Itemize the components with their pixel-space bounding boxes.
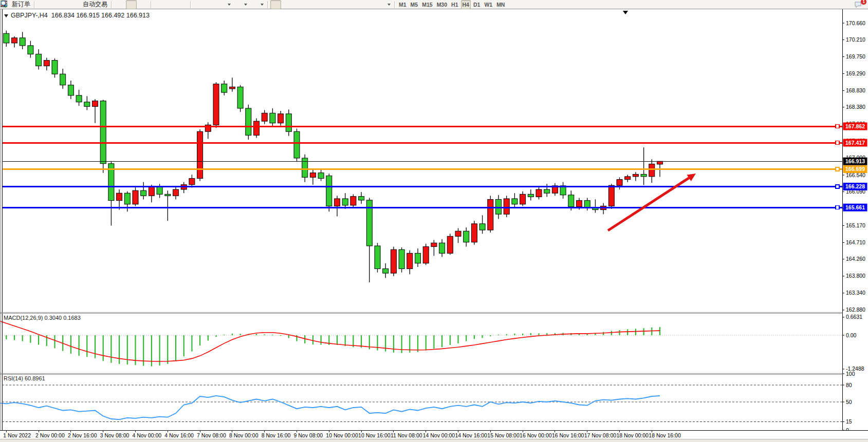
periods-dropdown-icon[interactable] — [244, 4, 247, 6]
chart-window-button[interactable] — [49, 0, 60, 9]
svg-text:50: 50 — [846, 399, 852, 405]
line-chart-button[interactable] — [138, 0, 149, 9]
svg-text:16 Nov 00:00: 16 Nov 00:00 — [520, 432, 552, 438]
search-button[interactable] — [842, 0, 853, 9]
eraser-icon — [39, 1, 46, 8]
eraser-button[interactable] — [37, 0, 48, 9]
chart-shift-icon — [207, 1, 214, 8]
auto-trading-button[interactable]: 自动交易 — [72, 0, 109, 9]
arrows-icon — [378, 1, 386, 8]
tile-windows-icon — [179, 1, 187, 8]
svg-text:18 Nov 16:00: 18 Nov 16:00 — [649, 432, 681, 438]
toolbar-separator — [267, 1, 268, 8]
text-label-icon: T — [366, 1, 374, 8]
templates-dropdown-icon[interactable] — [261, 4, 264, 6]
svg-text:0.6631: 0.6631 — [846, 314, 862, 320]
zoom-in-button[interactable] — [154, 0, 164, 9]
svg-text:8 Nov 16:00: 8 Nov 16:00 — [262, 432, 291, 438]
add-indicator-dropdown-icon[interactable] — [228, 4, 231, 6]
chart-window-icon — [50, 1, 58, 8]
vertical-line-button[interactable] — [294, 0, 305, 9]
timeframe-m1-button[interactable]: M1 — [397, 0, 408, 9]
crosshair-icon — [284, 1, 291, 8]
svg-text:15: 15 — [846, 418, 852, 425]
chart-canvas[interactable]: 170.660170.210169.750169.290168.830168.3… — [0, 0, 868, 442]
timeframe-label: M5 — [411, 2, 418, 8]
tile-windows-button[interactable] — [177, 0, 188, 9]
svg-text:14 Nov 16:00: 14 Nov 16:00 — [455, 432, 488, 438]
line-chart-icon — [139, 1, 147, 8]
notifications-button[interactable]: 1 — [854, 0, 864, 9]
cursor-button[interactable] — [270, 0, 281, 9]
zoom-out-button[interactable] — [165, 0, 176, 9]
signal-icon — [62, 1, 70, 8]
svg-text:1 Nov 2022: 1 Nov 2022 — [3, 432, 31, 438]
arrows-button[interactable] — [377, 0, 392, 9]
timeframe-h1-button[interactable]: H1 — [450, 0, 459, 9]
add-indicator-icon — [218, 1, 226, 8]
toolbar-separator — [394, 1, 395, 8]
templates-icon — [251, 1, 259, 8]
templates-button[interactable] — [250, 0, 265, 9]
svg-text:2 Nov 00:00: 2 Nov 00:00 — [35, 432, 65, 438]
svg-text:8 Nov 00:00: 8 Nov 00:00 — [229, 432, 258, 438]
chart-shift-button[interactable] — [205, 0, 216, 9]
vertical-line-icon — [296, 1, 303, 8]
toolbar-separator — [111, 1, 112, 8]
svg-text:2 Nov 16:00: 2 Nov 16:00 — [68, 432, 97, 438]
crosshair-button[interactable] — [282, 0, 293, 9]
svg-text:3 Nov 08:00: 3 Nov 08:00 — [100, 432, 130, 438]
bar-chart-button[interactable] — [114, 0, 125, 9]
svg-text:162.880: 162.880 — [846, 306, 865, 313]
svg-text:168.380: 168.380 — [846, 104, 865, 110]
timeframe-m15-button[interactable]: M15 — [420, 0, 434, 9]
svg-text:16 Nov 16:00: 16 Nov 16:00 — [552, 432, 584, 438]
svg-text:170.210: 170.210 — [846, 36, 865, 43]
svg-text:166.228: 166.228 — [845, 183, 865, 189]
timeframe-label: H1 — [451, 2, 458, 8]
horizontal-line-button[interactable] — [306, 0, 317, 9]
toolbar-separator — [190, 1, 191, 8]
bar-chart-icon — [116, 1, 123, 8]
timeframe-label: M1 — [399, 2, 407, 8]
zoom-out-icon — [167, 1, 175, 8]
timeframe-h4-button[interactable]: H4 — [461, 0, 471, 9]
timeframe-m5-button[interactable]: M5 — [409, 0, 420, 9]
fibonacci-icon: F — [343, 1, 350, 8]
svg-text:4 Nov 16:00: 4 Nov 16:00 — [164, 432, 194, 438]
add-indicator-button[interactable] — [217, 0, 232, 9]
periods-button[interactable] — [233, 0, 249, 9]
svg-text:163.800: 163.800 — [846, 273, 865, 279]
timeframe-label: M15 — [422, 2, 432, 8]
svg-text:166.913: 166.913 — [845, 158, 865, 164]
trendline-button[interactable] — [318, 0, 328, 9]
notifications-icon — [855, 1, 863, 8]
price-axis: 170.660170.210169.750169.290168.830168.3… — [842, 9, 868, 433]
candlestick-chart-button[interactable] — [126, 0, 137, 9]
svg-text:17 Nov 08:00: 17 Nov 08:00 — [584, 432, 617, 438]
time-axis: 1 Nov 20222 Nov 00:002 Nov 16:003 Nov 08… — [0, 430, 868, 439]
timeframe-w1-button[interactable]: W1 — [483, 0, 494, 9]
timeframe-label: M30 — [437, 2, 447, 8]
timeframe-m30-button[interactable]: M30 — [435, 0, 449, 9]
svg-text:163.340: 163.340 — [846, 290, 865, 296]
svg-text:9 Nov 08:00: 9 Nov 08:00 — [294, 432, 323, 438]
periods-icon — [235, 1, 243, 8]
fibonacci-button[interactable]: F — [341, 0, 352, 9]
equidistant-channel-button[interactable]: E — [329, 0, 340, 9]
svg-text:18 Nov 00:00: 18 Nov 00:00 — [617, 432, 649, 438]
toolbar: 新订单自动交易EFATM1M5M15M30H1H4D1W1MN1 — [0, 0, 868, 9]
timeframe-d1-button[interactable]: D1 — [472, 0, 482, 9]
svg-text:11 Nov 08:00: 11 Nov 08:00 — [391, 432, 422, 438]
svg-text:10 Nov 00:00: 10 Nov 00:00 — [326, 432, 358, 438]
arrows-dropdown-icon[interactable] — [387, 4, 391, 6]
auto-scroll-button[interactable] — [193, 0, 204, 9]
search-icon — [843, 1, 851, 8]
text-label-button[interactable]: T — [365, 0, 376, 9]
signal-button[interactable] — [61, 0, 71, 9]
svg-text:164.710: 164.710 — [846, 239, 865, 245]
svg-text:164.260: 164.260 — [846, 256, 865, 262]
timeframe-mn-button[interactable]: MN — [495, 0, 506, 9]
svg-text:100: 100 — [846, 371, 855, 377]
text-button[interactable]: A — [353, 0, 364, 9]
